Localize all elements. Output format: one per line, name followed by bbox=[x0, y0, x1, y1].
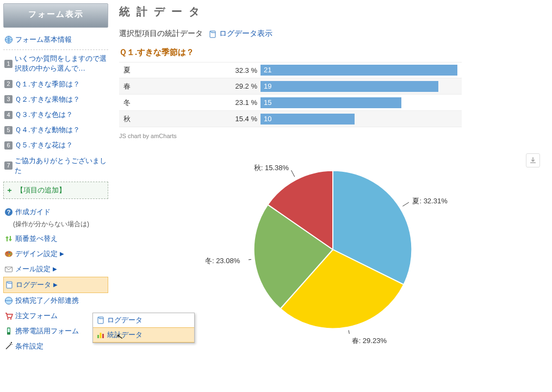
sidebar-tool-post[interactable]: 投稿完了／外部連携 bbox=[3, 293, 108, 308]
log-link-label: ログデータ表示 bbox=[219, 29, 272, 39]
bar-percent: 15.4 % bbox=[222, 115, 261, 123]
mail-icon bbox=[4, 265, 13, 273]
submenu-item-log[interactable]: ログデータ bbox=[93, 313, 194, 327]
question-number-badge: 2 bbox=[4, 80, 13, 88]
sidebar-item-label: 条件設定 bbox=[15, 341, 44, 351]
sidebar-item-q3[interactable]: 3Ｑ２.すきな果物は？ bbox=[3, 92, 108, 107]
add-item-label: 【項目の追加】 bbox=[16, 185, 66, 195]
sidebar-header: フォーム表示 bbox=[3, 3, 108, 28]
sort-icon bbox=[4, 234, 13, 243]
svg-point-6 bbox=[10, 253, 11, 254]
sidebar-item-label: 携帯電話用フォーム bbox=[15, 326, 79, 336]
sidebar-item-q7[interactable]: 7ご協力ありがとうございました bbox=[3, 153, 108, 178]
pie-chart bbox=[249, 165, 417, 334]
plus-icon: ＋ bbox=[6, 185, 13, 195]
svg-rect-14 bbox=[8, 328, 10, 332]
bar-row: 冬23.1 %15 bbox=[119, 95, 462, 111]
page-icon bbox=[5, 281, 14, 289]
globe-small-icon bbox=[4, 296, 13, 305]
bar-chart-icon bbox=[96, 331, 105, 339]
page-subtitle-row: 選択型項目の統計データ ログデータ表示 bbox=[119, 29, 542, 39]
bar-row: 夏32.3 %21 bbox=[119, 62, 462, 78]
mobile-icon bbox=[4, 327, 13, 335]
question-number-badge: 1 bbox=[4, 60, 13, 68]
submenu-item-label: ログデータ bbox=[107, 315, 142, 325]
page-subtitle: 選択型項目の統計データ bbox=[119, 29, 203, 39]
submenu-item-label: 統計データ bbox=[107, 330, 142, 340]
sidebar-item-q2[interactable]: 2Ｑ１.すきな季節は？ bbox=[3, 77, 108, 92]
page-title: 統計データ bbox=[119, 4, 542, 19]
question-number-badge: 6 bbox=[4, 141, 13, 150]
chevron-right-icon: ▶ bbox=[53, 266, 57, 272]
sidebar-item-q4[interactable]: 4Ｑ３.すきな色は？ bbox=[3, 107, 108, 122]
pie-label: 秋: 15.38% bbox=[254, 163, 289, 173]
sidebar-item-label: Ｑ１.すきな季節は？ bbox=[15, 79, 80, 89]
sidebar-item-label: 注文フォーム bbox=[15, 311, 58, 321]
pie-label: 春: 29.23% bbox=[352, 336, 387, 346]
svg-point-4 bbox=[7, 252, 8, 253]
question-number-badge: 7 bbox=[4, 161, 13, 170]
sidebar-tool-design[interactable]: デザイン設定 ▶ bbox=[3, 246, 108, 262]
question-title: Ｑ１.すきな季節は？ bbox=[119, 47, 542, 58]
sidebar-item-label: Ｑ４.すきな動物は？ bbox=[15, 125, 80, 135]
sidebar-item-label: ご協力ありがとうございました bbox=[15, 156, 107, 176]
question-number-badge: 3 bbox=[4, 95, 13, 103]
svg-rect-16 bbox=[97, 335, 99, 338]
bar-label: 夏 bbox=[119, 65, 222, 75]
bar-fill: 10 bbox=[261, 114, 355, 125]
sidebar-tool-guide[interactable]: ? 作成ガイド bbox=[3, 204, 108, 220]
bar-track: 19 bbox=[261, 81, 462, 92]
bar-percent: 23.1 % bbox=[222, 98, 261, 107]
help-icon: ? bbox=[4, 208, 13, 216]
bar-fill: 15 bbox=[261, 97, 401, 108]
chevron-right-icon: ▶ bbox=[60, 251, 64, 257]
chevron-right-icon: ▶ bbox=[53, 282, 58, 288]
question-number-badge: 5 bbox=[4, 126, 13, 134]
chart-credit: JS chart by amCharts bbox=[119, 133, 542, 139]
log-data-link[interactable]: ログデータ表示 bbox=[208, 29, 272, 39]
page-icon bbox=[208, 30, 217, 38]
sidebar-item-label: Ｑ５.すきな花は？ bbox=[15, 140, 73, 150]
bar-row: 春29.2 %19 bbox=[119, 78, 462, 95]
bar-fill: 21 bbox=[261, 65, 457, 76]
sidebar-tool-log[interactable]: ログデータ ▶ bbox=[3, 277, 108, 293]
sidebar-item-label: 作成ガイド bbox=[15, 207, 51, 217]
sidebar-item-q1[interactable]: 1いくつか質問をしますので選択肢の中から選んで… bbox=[3, 51, 108, 76]
sidebar-item-label: 投稿完了／外部連携 bbox=[15, 296, 79, 306]
bar-percent: 32.3 % bbox=[222, 66, 261, 74]
sidebar-item-q5[interactable]: 5Ｑ４.すきな動物は？ bbox=[3, 122, 108, 138]
bar-label: 秋 bbox=[119, 114, 222, 124]
sidebar-item-label: Ｑ３.すきな色は？ bbox=[15, 110, 73, 120]
svg-point-7 bbox=[9, 255, 10, 256]
submenu-item-stats[interactable]: 統計データ bbox=[93, 327, 194, 343]
bar-row: 秋15.4 %10 bbox=[119, 111, 462, 127]
question-number-badge: 4 bbox=[4, 111, 13, 119]
sidebar-item-label: いくつか質問をしますので選択肢の中から選んで… bbox=[15, 54, 107, 73]
sidebar-item-q6[interactable]: 6Ｑ５.すきな花は？ bbox=[3, 138, 108, 153]
bar-chart: 夏32.3 %21春29.2 %19冬23.1 %15秋15.4 %10 bbox=[119, 62, 462, 127]
bar-label: 春 bbox=[119, 82, 222, 91]
svg-rect-17 bbox=[100, 333, 102, 338]
bar-percent: 29.2 % bbox=[222, 82, 261, 90]
svg-point-5 bbox=[9, 252, 10, 253]
bar-fill: 19 bbox=[261, 81, 438, 92]
wand-icon bbox=[4, 342, 13, 351]
add-item-button[interactable]: ＋ 【項目の追加】 bbox=[3, 182, 108, 199]
pie-label: 冬: 23.08% bbox=[205, 256, 240, 266]
sidebar-item-label: Ｑ２.すきな果物は？ bbox=[15, 95, 80, 104]
palette-icon bbox=[4, 250, 13, 258]
log-submenu: ログデータ 統計データ bbox=[92, 313, 195, 343]
svg-text:?: ? bbox=[7, 209, 11, 215]
svg-point-12 bbox=[10, 318, 11, 319]
sidebar-item-label: フォーム基本情報 bbox=[15, 35, 72, 45]
svg-rect-18 bbox=[102, 334, 104, 338]
bar-label: 冬 bbox=[119, 98, 222, 108]
bar-track: 15 bbox=[261, 97, 462, 108]
sidebar-item-label: メール設定 bbox=[15, 264, 51, 274]
svg-point-11 bbox=[7, 318, 8, 319]
bar-track: 21 bbox=[261, 65, 462, 76]
sidebar-item-form-info[interactable]: フォーム基本情報 bbox=[3, 32, 108, 47]
sidebar-tool-sort[interactable]: 順番並べ替え bbox=[3, 231, 108, 246]
sidebar-item-label: デザイン設定 bbox=[15, 249, 58, 259]
sidebar-tool-mail[interactable]: メール設定 ▶ bbox=[3, 262, 108, 277]
